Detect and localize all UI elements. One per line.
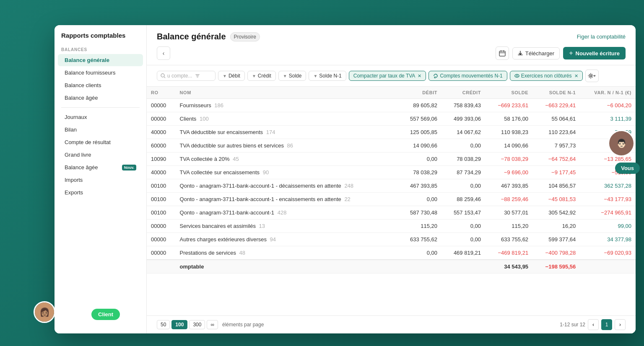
cell-debit: 115,20 bbox=[398, 219, 441, 233]
nouvelle-ecriture-button[interactable]: + Nouvelle écriture bbox=[563, 47, 626, 59]
cell-nom: Fournisseurs 186 bbox=[176, 99, 398, 112]
cell-solde-n1: 16,20 bbox=[532, 219, 580, 233]
table-row[interactable]: 10090 TVA collectée à 20% 45 0,00 78 038… bbox=[147, 152, 636, 166]
per-page-inf[interactable]: ∞ bbox=[207, 320, 218, 329]
cell-debit: 0,00 bbox=[398, 193, 441, 206]
col-credit: CRÉDIT bbox=[441, 87, 485, 99]
cell-nom: TVA déductible sur autres biens et servi… bbox=[176, 139, 398, 152]
cell-ro: 00000 bbox=[147, 246, 176, 260]
per-page-50[interactable]: 50 bbox=[157, 320, 170, 329]
sidebar-item-balance-agee2[interactable]: Balance âgée Nouv. bbox=[58, 161, 143, 173]
sidebar-item-grand-livre[interactable]: Grand livre bbox=[58, 149, 143, 161]
cell-ro: 10090 bbox=[147, 152, 176, 166]
table-row[interactable]: 00000 Clients 100 557 569,06 499 393,06 … bbox=[147, 112, 636, 126]
sidebar-item-bilan[interactable]: Bilan bbox=[58, 124, 143, 136]
cell-solde: −469 819,21 bbox=[485, 246, 532, 260]
page-1-btn[interactable]: 1 bbox=[601, 319, 612, 330]
content-header: Balance générale Provisoire Figer la com… bbox=[147, 25, 636, 65]
filter-solde[interactable]: ▼ Solde bbox=[278, 71, 306, 81]
sidebar-item-balance-generale[interactable]: Balance générale bbox=[58, 54, 143, 66]
per-page-100[interactable]: 100 bbox=[171, 320, 187, 329]
cell-solde: 115,20 bbox=[485, 219, 532, 233]
cell-credit: 758 839,43 bbox=[441, 99, 485, 112]
sync-icon bbox=[433, 73, 438, 78]
cell-solde: 110 938,23 bbox=[485, 126, 532, 139]
avatar-client: 👩🏽 bbox=[34, 301, 55, 323]
cell-solde: 467 393,85 bbox=[485, 179, 532, 193]
sidebar-item-balance-clients[interactable]: Balance clients bbox=[58, 79, 143, 91]
cell-solde-n1: −64 752,64 bbox=[532, 152, 580, 166]
showing-label: 1-12 sur 12 bbox=[560, 322, 585, 328]
filter-comptes[interactable]: Comptes mouvementés N-1 bbox=[428, 71, 507, 81]
total-debit bbox=[398, 260, 441, 274]
filter-exercices[interactable]: Exercices non clôturés ✕ bbox=[510, 71, 583, 81]
filter-exercices-close[interactable]: ✕ bbox=[574, 73, 578, 79]
calendar-icon-btn[interactable] bbox=[496, 46, 509, 60]
table-row[interactable]: 00000 Services bancaires et assimilés 13… bbox=[147, 219, 636, 233]
filter-credit[interactable]: ▼ Crédit bbox=[247, 71, 276, 81]
table-row[interactable]: 00000 Autres charges extérieures diverse… bbox=[147, 233, 636, 246]
cell-credit: 0,00 bbox=[441, 233, 485, 246]
cell-solde-n1: −45 081,53 bbox=[532, 193, 580, 206]
filter-more-button[interactable]: ▾ bbox=[585, 70, 599, 82]
svg-point-8 bbox=[590, 75, 592, 77]
cell-var: 99,00 bbox=[580, 219, 636, 233]
telecharger-button[interactable]: Télécharger bbox=[512, 47, 560, 59]
cell-ro: 00000 bbox=[147, 99, 176, 112]
cell-solde: 30 577,01 bbox=[485, 206, 532, 219]
table-row[interactable]: 40000 TVA collectée sur encaissements 90… bbox=[147, 166, 636, 179]
table-row[interactable]: 60000 TVA déductible sur autres biens et… bbox=[147, 139, 636, 152]
cell-var: −6 004,20 bbox=[580, 99, 636, 112]
cell-nom: Qonto - anagram-3711-bank-account-1 - en… bbox=[176, 193, 398, 206]
sidebar-item-compte-resultat[interactable]: Compte de résultat bbox=[58, 136, 143, 148]
cell-ro: 00100 bbox=[147, 206, 176, 219]
figer-link[interactable]: Figer la comptabilité bbox=[577, 34, 626, 40]
per-page-selector: 50 100 300 ∞ éléments par page bbox=[157, 320, 264, 329]
filter-debit-icon: ▼ bbox=[223, 74, 227, 78]
client-face: 👩🏽 bbox=[35, 302, 54, 322]
filter-solde-n1[interactable]: ▼ Solde N-1 bbox=[309, 71, 346, 81]
filter-debit[interactable]: ▼ Débit bbox=[218, 71, 245, 81]
per-page-300[interactable]: 300 bbox=[189, 320, 205, 329]
table-row[interactable]: 00000 Prestations de services 48 0,00 46… bbox=[147, 246, 636, 260]
cell-credit: 88 259,46 bbox=[441, 193, 485, 206]
cell-credit: 0,00 bbox=[441, 179, 485, 193]
sidebar-item-balance-agee[interactable]: Balance âgée bbox=[58, 92, 143, 104]
table-row[interactable]: 40000 TVA déductible sur encaissements 1… bbox=[147, 126, 636, 139]
table-row[interactable]: 00100 Qonto - anagram-3711-bank-account-… bbox=[147, 206, 636, 219]
cell-nom: Prestations de services 48 bbox=[176, 246, 398, 260]
next-page-btn[interactable]: › bbox=[615, 319, 626, 330]
sidebar-item-imports[interactable]: Imports bbox=[58, 174, 143, 186]
cell-solde: 14 090,66 bbox=[485, 139, 532, 152]
sidebar-title: Rapports comptables bbox=[55, 32, 146, 44]
svg-line-5 bbox=[164, 77, 166, 78]
cell-nom: TVA collectée sur encaissements 90 bbox=[176, 166, 398, 179]
table-row[interactable]: 00100 Qonto - anagram-3711-bank-account-… bbox=[147, 193, 636, 206]
total-solde-n1: −198 595,56 bbox=[532, 260, 580, 274]
table-row[interactable]: 00000 Fournisseurs 186 89 605,82 758 839… bbox=[147, 99, 636, 112]
filter-solde-icon: ▼ bbox=[283, 74, 287, 78]
table-row[interactable]: 00100 Qonto - anagram-3711-bank-account-… bbox=[147, 179, 636, 193]
per-page-label: éléments par page bbox=[222, 322, 264, 328]
cell-nom: Autres charges extérieures diverses 94 bbox=[176, 233, 398, 246]
sidebar-item-balance-fournisseurs[interactable]: Balance fournisseurs bbox=[58, 67, 143, 79]
client-badge: Client bbox=[91, 309, 120, 320]
total-row: omptable 34 543,95 −198 595,56 bbox=[147, 260, 636, 274]
sidebar-item-exports[interactable]: Exports bbox=[58, 186, 143, 199]
cell-solde-n1: −9 177,45 bbox=[532, 166, 580, 179]
cell-solde: −88 259,46 bbox=[485, 193, 532, 206]
cell-solde-n1: −400 798,28 bbox=[532, 246, 580, 260]
filter-solde-n1-icon: ▼ bbox=[313, 74, 317, 78]
cell-credit: 557 153,47 bbox=[441, 206, 485, 219]
back-btn[interactable]: ‹ bbox=[157, 46, 170, 60]
prev-page-btn[interactable]: ‹ bbox=[588, 319, 599, 330]
sidebar-item-journaux[interactable]: Journaux bbox=[58, 111, 143, 123]
search-icon bbox=[161, 73, 166, 78]
cell-var: 34 377,98 bbox=[580, 233, 636, 246]
cell-solde-n1: 599 377,64 bbox=[532, 233, 580, 246]
total-credit bbox=[441, 260, 485, 274]
cell-credit: 469 819,21 bbox=[441, 246, 485, 260]
filter-compacter[interactable]: Compacter par taux de TVA ✕ bbox=[349, 71, 426, 81]
search-input[interactable]: u compte... bbox=[157, 71, 216, 81]
filter-compacter-close[interactable]: ✕ bbox=[418, 73, 421, 79]
